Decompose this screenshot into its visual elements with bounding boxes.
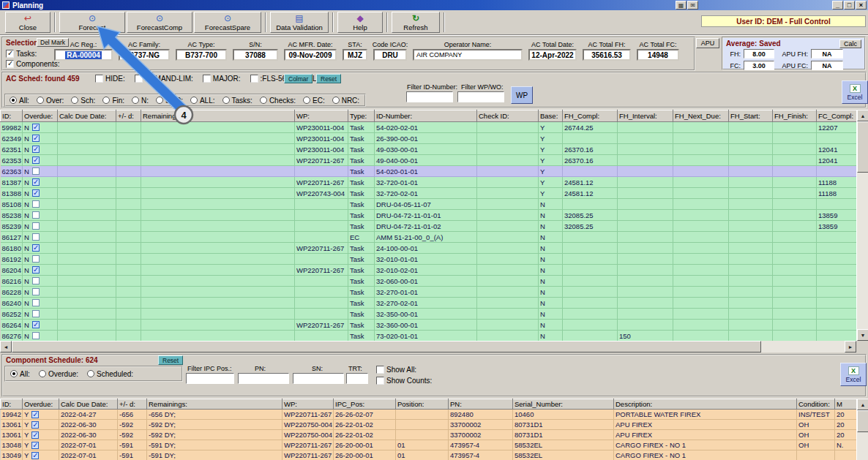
task-row[interactable]: 62351 N WP230011-004 Task 49-030-00-01 Y… xyxy=(1,144,857,155)
radio-circle[interactable] xyxy=(332,97,340,104)
scroll-down-button[interactable]: ▼ xyxy=(857,329,868,341)
column-header[interactable]: FH_Next_Due: xyxy=(673,110,729,122)
minimize-button[interactable]: _ xyxy=(832,1,843,10)
component-checkbox[interactable]: Show All: xyxy=(376,366,432,374)
task-row[interactable]: 86276 N Task 73-020-01-01 N 150 xyxy=(1,331,857,342)
sched-filter-checkbox[interactable]: DEMAND-LIM: xyxy=(135,75,193,83)
task-row[interactable]: 81387 N WP220711-267 Task 32-720-01-01 Y… xyxy=(1,177,857,188)
sched-radio[interactable]: N: xyxy=(132,97,149,105)
checkbox-box[interactable] xyxy=(135,75,143,83)
column-header[interactable]: Calc Due Date: xyxy=(59,399,118,410)
row-checkbox[interactable] xyxy=(32,288,40,295)
close-window-button[interactable]: × xyxy=(856,1,867,10)
radio-circle[interactable] xyxy=(87,370,94,377)
component-checkbox[interactable]: Show Counts: xyxy=(376,377,432,385)
field-value[interactable]: 14948 xyxy=(637,49,679,61)
component-radio[interactable]: Overdue: xyxy=(39,370,78,378)
field-value[interactable]: B737-NG xyxy=(119,49,170,61)
maximize-button[interactable]: □ xyxy=(844,1,855,10)
row-checkbox[interactable] xyxy=(32,200,40,208)
field-value[interactable]: 35616.53 xyxy=(583,49,631,61)
checkbox-box[interactable] xyxy=(376,377,384,385)
row-checkbox[interactable] xyxy=(32,266,40,274)
sched-filter-checkbox[interactable]: :FLS-56 xyxy=(250,75,287,83)
column-header[interactable]: +/- d: xyxy=(118,399,147,410)
radio-circle[interactable] xyxy=(222,97,230,104)
column-header[interactable]: Condition: xyxy=(797,399,835,410)
row-checkbox[interactable] xyxy=(32,146,40,153)
sched-filter-checkbox[interactable]: HIDE: xyxy=(95,75,125,83)
apu-button[interactable]: APU xyxy=(696,38,719,48)
row-checkbox[interactable] xyxy=(32,189,40,197)
row-checkbox[interactable] xyxy=(31,452,39,459)
column-header[interactable]: IPC_Pos: xyxy=(334,399,396,410)
radio-circle[interactable] xyxy=(10,97,17,104)
task-row[interactable]: 86180 N WP220711-267 Task 24-100-00-01 N xyxy=(1,243,857,254)
task-row[interactable]: 85238 N Task DRU-04-72-11-01-01 N 32085.… xyxy=(1,210,857,221)
field-value[interactable]: 09-Nov-2009 xyxy=(284,49,337,61)
row-checkbox[interactable] xyxy=(31,421,39,429)
task-row[interactable]: 86127 N EC AMM 51-21-00_0_(A) N xyxy=(1,232,857,243)
task-row[interactable]: 81388 N WP220743-004 Task 32-720-02-01 Y… xyxy=(1,188,857,199)
sched-radio[interactable]: SOP: xyxy=(156,97,183,105)
apu-fh-value[interactable]: NA xyxy=(811,49,843,59)
column-header[interactable]: FH_Finish: xyxy=(773,110,817,122)
task-row[interactable]: 85108 N Task DRU-04-05-11-07 N xyxy=(1,199,857,210)
checkbox-box[interactable] xyxy=(6,50,14,58)
row-checkbox[interactable] xyxy=(32,310,40,317)
component-radio[interactable]: Scheduled: xyxy=(87,370,133,378)
task-row[interactable]: 86240 N Task 32-270-02-01 N xyxy=(1,298,857,309)
data-validation-button[interactable]: ▤ Data Validation xyxy=(270,12,329,33)
radio-circle[interactable] xyxy=(190,97,198,104)
radio-circle[interactable] xyxy=(156,97,163,104)
sched-filter-checkbox[interactable]: MAJOR: xyxy=(203,75,241,83)
checkbox-box[interactable] xyxy=(250,75,258,83)
row-checkbox[interactable] xyxy=(32,178,40,186)
column-header[interactable]: Remainings: xyxy=(147,399,283,410)
row-checkbox[interactable] xyxy=(32,255,40,263)
task-row[interactable]: 86192 N Task 32-010-01-01 N xyxy=(1,254,857,265)
task-row[interactable]: 86228 N Task 32-270-01-01 N xyxy=(1,287,857,298)
scrollbar-thumb[interactable] xyxy=(12,341,761,352)
scroll-up-button[interactable]: ▲ xyxy=(857,110,868,121)
radio-circle[interactable] xyxy=(102,97,110,104)
row-checkbox[interactable] xyxy=(31,442,39,449)
radio-circle[interactable] xyxy=(39,370,46,377)
column-header[interactable]: FH_Interval: xyxy=(618,110,673,122)
filter-trt-input[interactable] xyxy=(346,373,368,384)
radio-circle[interactable] xyxy=(71,97,78,104)
selection-checkbox[interactable]: Tasks: xyxy=(6,50,59,58)
row-checkbox[interactable] xyxy=(32,233,40,241)
sched-radio[interactable]: NRC: xyxy=(332,97,359,105)
column-header[interactable]: Base: xyxy=(539,110,563,122)
filter-wp-input[interactable] xyxy=(457,91,504,102)
column-header[interactable]: WP: xyxy=(283,399,334,410)
radio-circle[interactable] xyxy=(260,97,267,104)
close-button[interactable]: ↩ Close xyxy=(5,12,50,33)
scroll-right-button[interactable]: ► xyxy=(845,341,856,352)
filter-sn-input[interactable] xyxy=(293,373,344,384)
sched-radio[interactable]: Fin: xyxy=(102,97,124,105)
row-checkbox[interactable] xyxy=(32,222,40,230)
column-header[interactable]: PN: xyxy=(449,399,513,410)
task-row[interactable]: 86216 N Task 32-060-00-01 N xyxy=(1,276,857,287)
field-value[interactable]: 12-Apr-2022 xyxy=(528,49,577,61)
checkbox-box[interactable] xyxy=(376,366,384,374)
column-header[interactable]: +/- d: xyxy=(116,110,141,122)
radio-circle[interactable] xyxy=(10,370,18,377)
sched-radio[interactable]: ALL: xyxy=(190,97,215,105)
row-checkbox[interactable] xyxy=(32,277,40,284)
sched-reset-button[interactable]: Reset xyxy=(316,74,341,83)
colmar-button[interactable]: Colmar xyxy=(284,74,313,83)
task-row[interactable]: 62353 N WP220711-267 Task 49-040-00-01 Y… xyxy=(1,155,857,166)
sched-radio[interactable]: Checks: xyxy=(260,97,296,105)
radio-circle[interactable] xyxy=(37,97,44,104)
task-row[interactable]: 86252 N Task 32-350-00-01 N xyxy=(1,309,857,320)
column-header[interactable]: Calc Due Date: xyxy=(58,110,116,122)
checkbox-box[interactable] xyxy=(6,60,14,68)
row-checkbox[interactable] xyxy=(32,124,40,131)
column-header[interactable]: FH_Start: xyxy=(729,110,773,122)
column-header[interactable]: ID: xyxy=(1,110,23,122)
row-checkbox[interactable] xyxy=(32,244,40,252)
filter-id-input[interactable] xyxy=(406,91,453,102)
